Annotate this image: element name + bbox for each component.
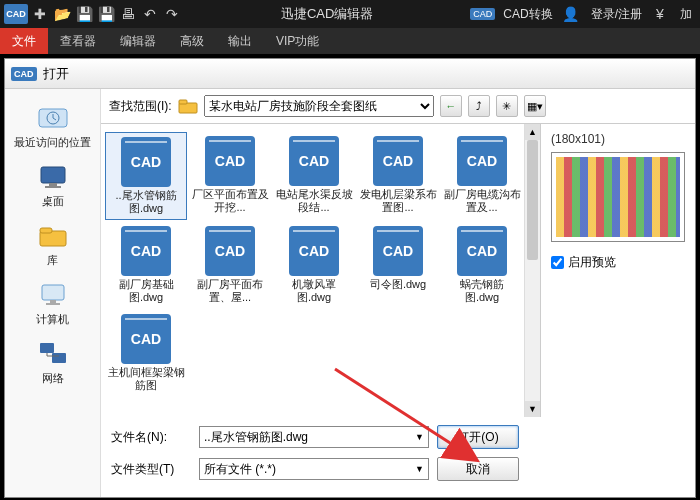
view-button[interactable]: ▦▾ bbox=[524, 95, 546, 117]
menu-editor[interactable]: 编辑器 bbox=[108, 28, 168, 54]
file-item[interactable]: CAD电站尾水渠反坡段结... bbox=[273, 132, 355, 220]
enable-preview-checkbox[interactable]: 启用预览 bbox=[551, 254, 685, 271]
up-button[interactable]: ⤴ bbox=[468, 95, 490, 117]
redo-icon[interactable]: ↷ bbox=[162, 4, 182, 24]
undo-icon[interactable]: ↶ bbox=[140, 4, 160, 24]
open-button[interactable]: 打开(O) bbox=[437, 425, 519, 449]
svg-rect-10 bbox=[40, 343, 54, 353]
scrollbar[interactable]: ▲ ▼ bbox=[524, 124, 540, 417]
dialog-bottom: 文件名(N): ..尾水管钢筋图.dwg▼ 打开(O) 文件类型(T) 所有文件… bbox=[101, 417, 695, 497]
extra-link[interactable]: 加 bbox=[676, 6, 696, 23]
preview-dimensions: (180x101) bbox=[551, 132, 685, 146]
cad-file-icon: CAD bbox=[373, 136, 423, 186]
saveas-icon[interactable]: 💾 bbox=[96, 4, 116, 24]
file-list[interactable]: CAD..尾水管钢筋图.dwgCAD厂区平面布置及开挖...CAD电站尾水渠反坡… bbox=[101, 124, 541, 417]
file-label: 副厂房平面布置、屋... bbox=[191, 278, 269, 304]
login-link[interactable]: 登录/注册 bbox=[587, 6, 646, 23]
sidebar-library[interactable]: 库 bbox=[5, 215, 100, 274]
svg-rect-7 bbox=[42, 285, 64, 300]
cad-convert-badge[interactable]: CAD bbox=[470, 8, 495, 20]
cancel-button[interactable]: 取消 bbox=[437, 457, 519, 481]
menu-output[interactable]: 输出 bbox=[216, 28, 264, 54]
save-icon[interactable]: 💾 bbox=[74, 4, 94, 24]
sidebar-desktop[interactable]: 桌面 bbox=[5, 156, 100, 215]
preview-thumbnail bbox=[556, 157, 680, 237]
file-label: ..尾水管钢筋图.dwg bbox=[108, 189, 184, 215]
cad-convert-link[interactable]: CAD转换 bbox=[499, 6, 556, 23]
file-label: 电站尾水渠反坡段结... bbox=[275, 188, 353, 214]
filetype-label: 文件类型(T) bbox=[111, 461, 191, 478]
look-in-row: 查找范围(I): 某水电站厂房技施阶段全套图纸 ← ⤴ ✳ ▦▾ bbox=[101, 89, 695, 123]
svg-rect-4 bbox=[45, 186, 61, 188]
menu-file[interactable]: 文件 bbox=[0, 28, 48, 54]
file-label: 厂区平面布置及开挖... bbox=[191, 188, 269, 214]
cad-file-icon: CAD bbox=[205, 226, 255, 276]
file-item[interactable]: CAD副厂房基础图.dwg bbox=[105, 222, 187, 308]
filetype-combo[interactable]: 所有文件 (*.*)▼ bbox=[199, 458, 429, 480]
chevron-down-icon: ▼ bbox=[415, 432, 424, 442]
svg-rect-9 bbox=[46, 303, 60, 305]
back-button[interactable]: ← bbox=[440, 95, 462, 117]
cad-file-icon: CAD bbox=[121, 226, 171, 276]
file-item[interactable]: CAD..尾水管钢筋图.dwg bbox=[105, 132, 187, 220]
file-label: 司令图.dwg bbox=[370, 278, 426, 291]
print-icon[interactable]: 🖶 bbox=[118, 4, 138, 24]
look-in-label: 查找范围(I): bbox=[109, 98, 172, 115]
look-in-combo[interactable]: 某水电站厂房技施阶段全套图纸 bbox=[204, 95, 434, 117]
file-label: 副厂房基础图.dwg bbox=[107, 278, 185, 304]
sidebar-recent[interactable]: 最近访问的位置 bbox=[5, 97, 100, 156]
app-icon: CAD bbox=[4, 4, 28, 24]
svg-rect-2 bbox=[41, 167, 65, 183]
scroll-thumb[interactable] bbox=[527, 140, 538, 260]
enable-preview-input[interactable] bbox=[551, 256, 564, 269]
file-label: 机墩风罩图.dwg bbox=[275, 278, 353, 304]
filename-combo[interactable]: ..尾水管钢筋图.dwg▼ bbox=[199, 426, 429, 448]
dialog-title: 打开 bbox=[43, 65, 69, 83]
sidebar-network[interactable]: 网络 bbox=[5, 333, 100, 392]
file-label: 蜗壳钢筋图.dwg bbox=[443, 278, 521, 304]
user-icon[interactable]: 👤 bbox=[561, 4, 581, 24]
cad-file-icon: CAD bbox=[457, 136, 507, 186]
file-item[interactable]: CAD蜗壳钢筋图.dwg bbox=[441, 222, 523, 308]
file-label: 主机间框架梁钢筋图 bbox=[107, 366, 185, 392]
svg-rect-11 bbox=[52, 353, 66, 363]
menu-viewer[interactable]: 查看器 bbox=[48, 28, 108, 54]
new-folder-button[interactable]: ✳ bbox=[496, 95, 518, 117]
menubar: 文件 查看器 编辑器 高级 输出 VIP功能 bbox=[0, 28, 700, 54]
file-item[interactable]: CAD厂区平面布置及开挖... bbox=[189, 132, 271, 220]
file-item[interactable]: CAD司令图.dwg bbox=[357, 222, 439, 308]
filename-label: 文件名(N): bbox=[111, 429, 191, 446]
dialog-titlebar: CAD 打开 bbox=[5, 59, 695, 89]
file-item[interactable]: CAD副厂房平面布置、屋... bbox=[189, 222, 271, 308]
cad-file-icon: CAD bbox=[373, 226, 423, 276]
menu-advanced[interactable]: 高级 bbox=[168, 28, 216, 54]
new-icon[interactable]: ✚ bbox=[30, 4, 50, 24]
file-label: 副厂房电缆沟布置及... bbox=[443, 188, 521, 214]
file-item[interactable]: CAD机墩风罩图.dwg bbox=[273, 222, 355, 308]
currency-icon[interactable]: ¥ bbox=[650, 4, 670, 24]
open-icon[interactable]: 📂 bbox=[52, 4, 72, 24]
sidebar-computer[interactable]: 计算机 bbox=[5, 274, 100, 333]
file-item[interactable]: CAD发电机层梁系布置图... bbox=[357, 132, 439, 220]
svg-rect-13 bbox=[179, 100, 187, 104]
computer-icon bbox=[35, 280, 71, 310]
file-item[interactable]: CAD主机间框架梁钢筋图 bbox=[105, 310, 187, 396]
dialog-icon: CAD bbox=[11, 67, 37, 81]
cad-file-icon: CAD bbox=[121, 137, 171, 187]
chevron-down-icon: ▼ bbox=[415, 464, 424, 474]
app-title: 迅捷CAD编辑器 bbox=[184, 5, 470, 23]
network-icon bbox=[35, 339, 71, 369]
svg-rect-8 bbox=[50, 300, 56, 303]
menu-vip[interactable]: VIP功能 bbox=[264, 28, 331, 54]
file-item[interactable]: CAD副厂房电缆沟布置及... bbox=[441, 132, 523, 220]
folder-icon bbox=[178, 98, 198, 114]
cad-file-icon: CAD bbox=[205, 136, 255, 186]
scroll-down-icon[interactable]: ▼ bbox=[525, 401, 540, 417]
cad-file-icon: CAD bbox=[289, 226, 339, 276]
cad-file-icon: CAD bbox=[121, 314, 171, 364]
preview-panel: (180x101) 启用预览 bbox=[541, 124, 695, 417]
svg-rect-6 bbox=[40, 228, 52, 233]
cad-file-icon: CAD bbox=[289, 136, 339, 186]
scroll-up-icon[interactable]: ▲ bbox=[525, 124, 540, 140]
file-label: 发电机层梁系布置图... bbox=[359, 188, 437, 214]
